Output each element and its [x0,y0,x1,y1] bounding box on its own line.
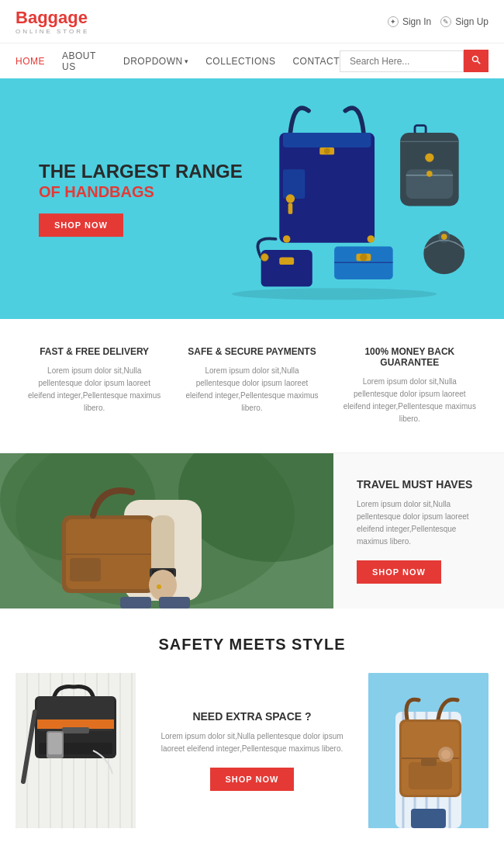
feature-delivery-title: FAST & FREE DELIVERY [27,346,161,357]
safety-left-image [16,673,136,828]
hero-line2: OF HANDBAGS [39,183,243,201]
safety-right-svg [368,673,488,828]
search-input[interactable] [340,50,464,72]
search-button[interactable] [464,50,488,72]
safety-grid: NEED EXTRA SPACE ? Lorem ipsum dolor sit… [16,673,488,828]
svg-point-20 [261,254,268,261]
nav-contact[interactable]: CONTACT [292,56,340,67]
svg-point-7 [283,235,290,242]
sign-up-link[interactable]: ✎ Sign Up [440,16,488,27]
hero-bags-illustration [217,90,481,307]
svg-rect-78 [411,809,446,828]
feature-delivery-body: Lorem ipsum dolor sit,Nulla pellentesque… [27,365,161,414]
feature-payments-title: SAFE & SECURE PAYMENTS [185,346,319,357]
user-icon: ✦ [388,16,399,27]
search-icon [471,55,481,64]
svg-line-1 [478,61,481,64]
nav-dropdown[interactable]: DROPDOWN [123,56,188,67]
svg-point-77 [441,750,450,759]
nav-collections[interactable]: COLLECTIONS [205,56,275,67]
signup-icon: ✎ [440,16,451,27]
hero-section: THE LARGEST RANGE OF HANDBAGS SHOP NOW [0,78,504,319]
svg-rect-74 [409,762,452,789]
nav-home[interactable]: HOME [16,56,45,67]
banner-title: TRAVEL MUST HAVES [357,478,472,491]
svg-point-5 [324,148,330,154]
svg-point-8 [368,235,375,242]
svg-rect-62 [48,733,62,754]
safety-section: SAFETY MEETS STYLE [0,608,504,844]
travel-banner-content: TRAVEL MUST HAVES Lorem ipsum dolor sit,… [333,453,504,608]
feature-payments: SAFE & SECURE PAYMENTS Lorem ipsum dolor… [173,346,330,425]
brand-name: Baggage [16,8,89,28]
safety-middle-body: Lorem ipsum dolor sit,Nulla pellentesque… [159,730,345,755]
svg-point-17 [425,153,433,161]
svg-point-41 [149,570,177,601]
svg-rect-59 [62,727,89,733]
svg-rect-43 [159,597,190,608]
features-section: FAST & FREE DELIVERY Lorem ipsum dolor s… [0,319,504,453]
svg-rect-75 [421,758,437,766]
logo: Baggage ONLINE STORE [16,8,89,35]
nav-about[interactable]: ABOUT US [62,50,106,72]
brand-sub: ONLINE STORE [16,28,89,35]
feature-payments-body: Lorem ipsum dolor sit,Nulla pellentesque… [185,365,319,414]
safety-heading: SAFETY MEETS STYLE [16,636,488,654]
hero-cta-button[interactable]: SHOP NOW [39,213,123,237]
svg-point-23 [360,254,367,261]
safety-middle: NEED EXTRA SPACE ? Lorem ipsum dolor sit… [147,673,357,828]
svg-rect-10 [288,203,293,214]
svg-point-28 [232,288,437,300]
svg-point-15 [426,171,433,177]
site-header: Baggage ONLINE STORE ✦ Sign In ✎ Sign Up [0,0,504,43]
svg-point-27 [441,234,447,240]
brand-initial: B [16,8,28,27]
hero-image-area [209,78,488,319]
header-auth: ✦ Sign In ✎ Sign Up [388,16,488,27]
svg-point-0 [473,57,478,62]
feature-guarantee-body: Lorem ipsum dolor sit,Nulla pellentesque… [343,376,477,425]
feature-guarantee: 100% MONEY BACK GUARANTEE Lorem ipsum do… [331,346,488,425]
safety-cta-button[interactable]: SHOP NOW [210,768,295,791]
svg-rect-19 [279,258,294,265]
banner-body: Lorem ipsum dolor sit,Nulla pellentesque… [357,498,481,548]
svg-point-44 [157,584,161,589]
svg-rect-37 [70,558,101,581]
main-nav: HOME ABOUT US DROPDOWN COLLECTIONS CONTA… [0,43,504,78]
travel-banner-section: TRAVEL MUST HAVES Lorem ipsum dolor sit,… [0,453,504,608]
svg-rect-18 [261,250,312,286]
nav-links: HOME ABOUT US DROPDOWN COLLECTIONS CONTA… [16,50,340,72]
travel-image-svg [0,453,333,608]
safety-left-svg [16,673,136,828]
search-bar [340,50,488,72]
svg-rect-6 [283,169,305,199]
svg-point-9 [286,194,295,203]
banner-cta-button[interactable]: SHOP NOW [357,560,441,584]
sign-in-link[interactable]: ✦ Sign In [388,16,431,27]
travel-banner-image [0,453,333,608]
hero-line1: THE LARGEST RANGE [39,161,243,183]
feature-delivery: FAST & FREE DELIVERY Lorem ipsum dolor s… [16,346,173,425]
svg-rect-3 [283,133,371,147]
svg-rect-42 [120,597,151,608]
feature-guarantee-title: 100% MONEY BACK GUARANTEE [343,346,477,368]
safety-middle-title: NEED EXTRA SPACE ? [192,710,311,723]
hero-text: THE LARGEST RANGE OF HANDBAGS SHOP NOW [39,161,243,237]
safety-right-image [368,673,488,828]
